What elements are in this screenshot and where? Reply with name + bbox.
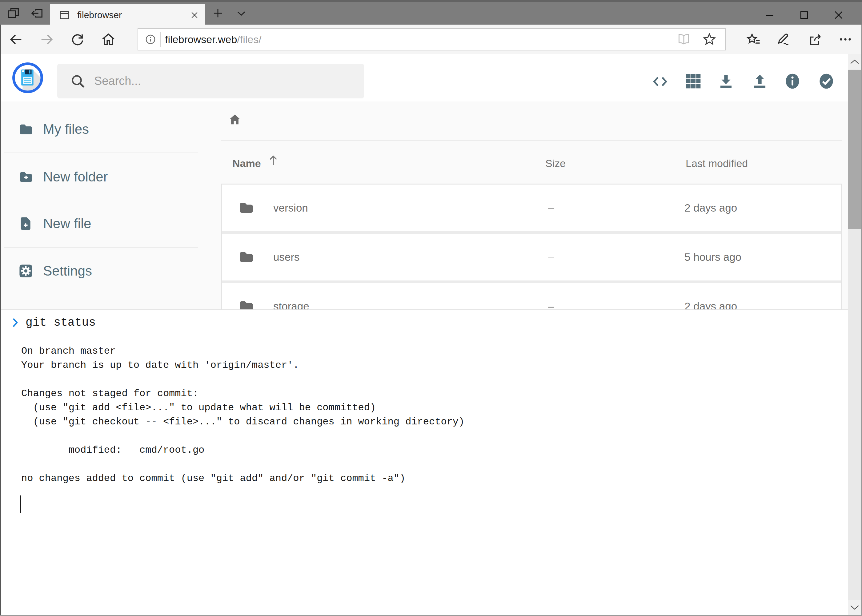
reading-view-icon[interactable] — [676, 32, 691, 47]
file-row-version[interactable]: version – 2 days ago — [222, 184, 841, 231]
breadcrumb-divider — [221, 140, 842, 141]
file-modified: 2 days ago — [684, 300, 737, 310]
address-bar[interactable]: filebrowser.web/files/ — [137, 28, 726, 50]
refresh-button[interactable] — [66, 28, 89, 50]
favorites-list-icon — [746, 31, 762, 47]
select-multiple-button[interactable] — [811, 66, 842, 97]
column-header-size[interactable]: Size — [545, 157, 566, 170]
breadcrumb-home-button[interactable] — [228, 113, 242, 127]
filebrowser-header — [1, 54, 848, 102]
scrollbar-up-button[interactable] — [848, 54, 861, 69]
window-controls — [752, 4, 856, 27]
chevron-up-icon — [849, 58, 860, 65]
new-tab-button[interactable] — [208, 3, 228, 23]
tabs-preview-icon — [6, 6, 20, 20]
home-icon — [100, 31, 116, 47]
grid-view-button[interactable] — [678, 66, 709, 97]
tab-preview-button[interactable] — [3, 3, 23, 23]
maximize-button[interactable] — [787, 4, 821, 27]
window-left-border — [0, 25, 1, 616]
more-options-button[interactable] — [834, 28, 856, 50]
sidebar-item-new-file[interactable]: New file — [1, 209, 204, 238]
download-button[interactable] — [711, 66, 741, 97]
favorite-star-icon[interactable] — [702, 32, 717, 47]
sidebar-item-new-folder[interactable]: New folder — [1, 163, 204, 191]
file-modified: 5 hours ago — [684, 251, 741, 263]
row-divider — [222, 231, 841, 234]
maximize-icon — [798, 9, 810, 21]
upload-button[interactable] — [744, 66, 775, 97]
upload-icon — [750, 72, 769, 91]
file-row-storage[interactable]: storage – 2 days ago — [222, 283, 841, 310]
info-button[interactable] — [777, 66, 808, 97]
tab-title: filebrowser — [77, 10, 184, 20]
url-path: /files/ — [237, 33, 261, 45]
refresh-icon — [69, 31, 85, 47]
address-separator — [160, 32, 161, 47]
file-row-users[interactable]: users – 5 hours ago — [222, 234, 841, 280]
floppy-disk-logo-icon — [12, 62, 44, 94]
url-host: filebrowser.web — [165, 33, 237, 45]
terminal-command: git status — [25, 316, 96, 329]
sidebar-item-label: New file — [43, 216, 91, 231]
column-header-modified[interactable]: Last modified — [686, 157, 748, 170]
terminal-cursor — [20, 495, 21, 513]
site-info-icon[interactable] — [144, 33, 157, 46]
browser-tab-bar: filebrowser — [0, 2, 862, 25]
filebrowser-page: My files New folder New file Settings — [1, 102, 848, 310]
new-file-icon — [18, 215, 34, 232]
scrollbar-down-button[interactable] — [848, 600, 861, 615]
plus-icon — [211, 7, 224, 20]
share-button[interactable] — [804, 28, 827, 50]
page-scrollbar[interactable] — [848, 54, 861, 615]
home-button[interactable] — [97, 28, 120, 50]
file-list: version – 2 days ago users – 5 hours ago… — [221, 184, 842, 310]
terminal-output: On branch master Your branch is up to da… — [21, 344, 464, 486]
tab-close-button[interactable] — [184, 4, 205, 26]
scrollbar-thumb[interactable] — [848, 70, 861, 229]
browser-tab[interactable]: filebrowser — [50, 4, 205, 27]
file-size: – — [548, 300, 554, 310]
sidebar-item-settings[interactable]: Settings — [1, 257, 204, 285]
sort-ascending-icon[interactable] — [266, 153, 281, 167]
close-icon — [190, 11, 199, 20]
tab-menu-button[interactable] — [232, 3, 251, 23]
sidebar-divider — [4, 247, 198, 248]
folder-icon — [18, 121, 34, 137]
back-button[interactable] — [5, 28, 27, 50]
sidebar-item-label: New folder — [43, 169, 108, 184]
terminal-panel[interactable]: git status On branch master Your branch … — [1, 310, 848, 615]
column-header-name[interactable]: Name — [232, 157, 261, 170]
search-bar[interactable] — [57, 64, 364, 98]
favorites-hub-button[interactable] — [742, 28, 765, 50]
chevron-down-icon — [849, 604, 860, 611]
back-arrow-icon — [8, 31, 24, 47]
sidebar-divider — [4, 152, 198, 153]
check-circle-icon — [817, 72, 836, 91]
close-window-button[interactable] — [821, 4, 856, 27]
file-modified: 2 days ago — [684, 202, 737, 214]
minimize-button[interactable] — [752, 4, 787, 27]
grid-icon — [685, 72, 702, 90]
search-icon — [69, 73, 86, 90]
web-note-button[interactable] — [772, 28, 794, 50]
file-size: – — [548, 202, 554, 214]
code-icon — [650, 72, 670, 90]
raw-view-button[interactable] — [645, 66, 676, 97]
sidebar-item-my-files[interactable]: My files — [1, 115, 204, 143]
settings-gear-icon — [18, 263, 34, 279]
file-name: users — [273, 251, 300, 263]
browser-navbar: filebrowser.web/files/ — [0, 25, 862, 54]
ellipsis-icon — [837, 31, 853, 47]
search-input[interactable] — [94, 74, 347, 88]
forward-button[interactable] — [36, 28, 58, 50]
filebrowser-logo[interactable] — [12, 62, 44, 94]
set-tabs-aside-button[interactable] — [27, 3, 47, 23]
sidebar-item-label: My files — [43, 121, 89, 137]
sidebar-item-label: Settings — [43, 263, 92, 279]
download-icon — [717, 72, 736, 91]
minimize-icon — [764, 9, 776, 21]
prompt-chevron-icon — [9, 316, 22, 329]
chevron-down-icon — [235, 7, 248, 20]
file-name: version — [273, 202, 308, 214]
